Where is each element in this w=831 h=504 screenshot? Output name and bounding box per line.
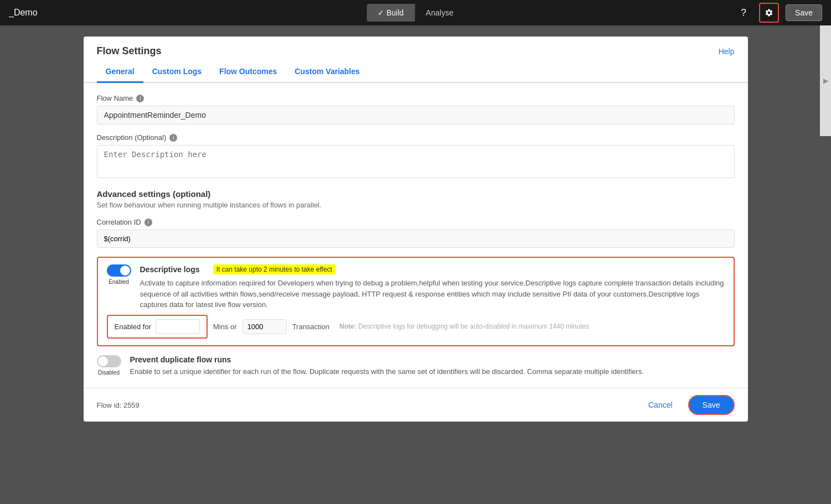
description-info-icon[interactable]: i xyxy=(169,134,177,142)
gear-button[interactable] xyxy=(759,3,779,23)
correlation-info-icon[interactable]: i xyxy=(144,219,152,226)
description-label: Description (Optional) i xyxy=(97,133,735,142)
top-bar-actions: ? Save xyxy=(735,3,822,23)
modal-overlay: Flow Settings Help General Custom Logs F… xyxy=(0,25,831,504)
tab-flow-outcomes[interactable]: Flow Outcomes xyxy=(210,61,286,83)
modal-footer: Flow id: 2559 Cancel Save xyxy=(84,388,748,422)
note-text: Note: Descriptive logs for debugging wil… xyxy=(339,323,589,330)
prevent-dup-title: Prevent duplicate flow runs xyxy=(130,355,644,364)
gear-icon xyxy=(765,8,773,17)
descriptive-logs-toggle-label: Enabled xyxy=(109,279,129,285)
descriptive-logs-toggle-group: Enabled xyxy=(107,264,131,285)
cancel-button[interactable]: Cancel xyxy=(639,396,682,414)
prevent-dup-toggle-group: Disabled xyxy=(97,355,121,376)
tab-custom-logs[interactable]: Custom Logs xyxy=(143,61,210,83)
modal-title: Flow Settings xyxy=(97,45,162,57)
tab-custom-variables[interactable]: Custom Variables xyxy=(286,61,369,83)
prevent-dup-toggle-label: Disabled xyxy=(98,370,120,376)
correlation-id-input[interactable] xyxy=(97,230,735,248)
prevent-dup-desc: Enable to set a unique identifier for ea… xyxy=(130,366,644,377)
advanced-title: Advanced settings (optional) xyxy=(97,189,735,199)
app-title: _Demo xyxy=(9,8,38,18)
correlation-id-group: Correlation ID i xyxy=(97,218,735,248)
help-button[interactable]: ? xyxy=(735,4,752,22)
note-content: Descriptive logs for debugging will be a… xyxy=(358,323,589,330)
description-input[interactable] xyxy=(97,145,735,178)
flow-name-info-icon[interactable]: i xyxy=(136,95,144,102)
save-button[interactable]: Save xyxy=(688,395,735,415)
transaction-label: Transaction xyxy=(292,323,329,331)
descriptive-logs-box: Enabled Descriptive logs It can take upt… xyxy=(97,257,735,346)
descriptive-logs-content: Descriptive logs It can take upto 2 minu… xyxy=(140,264,725,310)
tabs: General Custom Logs Flow Outcomes Custom… xyxy=(84,61,748,83)
modal-body: Flow Name i Description (Optional) i Adv… xyxy=(84,83,748,388)
right-panel: ▶ xyxy=(820,25,831,136)
tab-general[interactable]: General xyxy=(97,61,143,83)
footer-buttons: Cancel Save xyxy=(639,395,735,415)
prevent-duplicate-section: Disabled Prevent duplicate flow runs Ena… xyxy=(97,355,735,377)
description-group: Description (Optional) i xyxy=(97,133,735,180)
prevent-dup-toggle[interactable] xyxy=(97,355,121,367)
advanced-subtitle: Set flow behaviour when running multiple… xyxy=(97,201,735,209)
descriptive-logs-toggle[interactable] xyxy=(107,264,131,277)
enabled-for-label: Enabled for xyxy=(115,323,152,331)
transaction-input[interactable] xyxy=(242,319,287,334)
flow-id-label: Flow id: 2559 xyxy=(97,401,140,409)
build-button[interactable]: ✓ Build xyxy=(367,4,415,22)
descriptive-logs-title: Descriptive logs xyxy=(140,265,200,274)
help-link[interactable]: Help xyxy=(719,47,735,56)
flow-name-group: Flow Name i xyxy=(97,94,735,124)
advanced-settings-group: Advanced settings (optional) Set flow be… xyxy=(97,189,735,209)
flow-settings-modal: Flow Settings Help General Custom Logs F… xyxy=(84,37,748,422)
analyse-button[interactable]: Analyse xyxy=(415,4,464,22)
enabled-for-container: Enabled for xyxy=(107,315,208,339)
top-bar: _Demo ✓ Build Analyse ? Save xyxy=(0,0,831,25)
enabled-for-input[interactable] xyxy=(156,319,200,334)
save-top-button[interactable]: Save xyxy=(786,4,822,21)
descriptive-logs-desc: Activate to capture information required… xyxy=(140,278,725,310)
flow-name-label: Flow Name i xyxy=(97,94,735,102)
mins-or-label: Mins or xyxy=(213,323,237,331)
nav-buttons: ✓ Build Analyse xyxy=(367,4,464,22)
note-label: Note: xyxy=(339,323,357,330)
descriptive-logs-header: Enabled Descriptive logs It can take upt… xyxy=(107,264,725,310)
flow-name-input[interactable] xyxy=(97,106,735,124)
right-arrow-icon: ▶ xyxy=(823,77,828,85)
enabled-for-row: Enabled for Mins or Transaction Note: De… xyxy=(107,315,725,339)
modal-header: Flow Settings Help xyxy=(84,37,748,57)
correlation-id-label: Correlation ID i xyxy=(97,218,735,226)
prevent-dup-content: Prevent duplicate flow runs Enable to se… xyxy=(130,355,644,377)
descriptive-logs-highlight: It can take upto 2 minutes to take effec… xyxy=(213,264,336,274)
